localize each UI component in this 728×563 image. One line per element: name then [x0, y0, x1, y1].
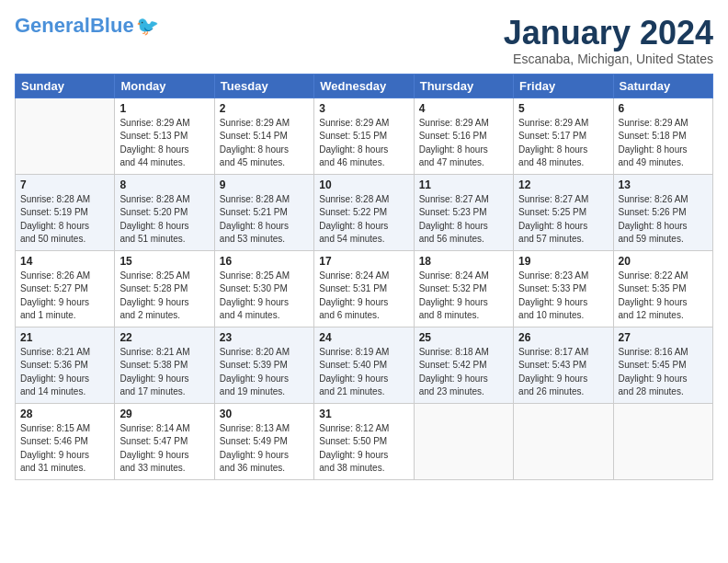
day-number: 5: [518, 102, 608, 115]
day-info: Sunrise: 8:29 AM Sunset: 5:18 PM Dayligh…: [619, 117, 708, 170]
day-info: Sunrise: 8:18 AM Sunset: 5:42 PM Dayligh…: [419, 346, 508, 399]
table-row: 26Sunrise: 8:17 AM Sunset: 5:43 PM Dayli…: [514, 327, 613, 403]
day-info: Sunrise: 8:13 AM Sunset: 5:49 PM Dayligh…: [220, 422, 309, 476]
table-row: 21Sunrise: 8:21 AM Sunset: 5:36 PM Dayli…: [16, 327, 115, 403]
day-info: Sunrise: 8:15 AM Sunset: 5:46 PM Dayligh…: [20, 422, 109, 476]
day-number: 22: [119, 331, 209, 344]
day-info: Sunrise: 8:27 AM Sunset: 5:25 PM Dayligh…: [518, 193, 608, 247]
table-row: 18Sunrise: 8:24 AM Sunset: 5:32 PM Dayli…: [414, 250, 513, 327]
location: Escanaba, Michigan, United States: [504, 52, 713, 66]
day-number: 1: [119, 102, 209, 115]
table-row: 25Sunrise: 8:18 AM Sunset: 5:42 PM Dayli…: [414, 327, 513, 403]
page-container: GeneralBlue 🐦 January 2024 Escanaba, Mic…: [0, 0, 728, 489]
table-row: 31Sunrise: 8:12 AM Sunset: 5:50 PM Dayli…: [314, 403, 414, 479]
day-info: Sunrise: 8:22 AM Sunset: 5:35 PM Dayligh…: [619, 270, 708, 323]
table-row: 17Sunrise: 8:24 AM Sunset: 5:31 PM Dayli…: [314, 250, 414, 327]
col-friday: Friday: [514, 74, 613, 98]
day-info: Sunrise: 8:27 AM Sunset: 5:23 PM Dayligh…: [419, 193, 508, 247]
col-saturday: Saturday: [613, 74, 712, 98]
day-info: Sunrise: 8:12 AM Sunset: 5:50 PM Dayligh…: [319, 422, 408, 476]
day-number: 2: [220, 102, 309, 115]
day-info: Sunrise: 8:19 AM Sunset: 5:40 PM Dayligh…: [319, 346, 408, 399]
table-row: 29Sunrise: 8:14 AM Sunset: 5:47 PM Dayli…: [115, 403, 214, 479]
table-row: 11Sunrise: 8:27 AM Sunset: 5:23 PM Dayli…: [414, 174, 513, 250]
day-number: 21: [20, 331, 109, 344]
day-number: 12: [518, 178, 608, 191]
title-block: January 2024 Escanaba, Michigan, United …: [504, 15, 713, 66]
day-number: 10: [319, 178, 408, 191]
day-info: Sunrise: 8:26 AM Sunset: 5:27 PM Dayligh…: [20, 270, 109, 323]
table-row: 8Sunrise: 8:28 AM Sunset: 5:20 PM Daylig…: [115, 174, 214, 250]
day-number: 31: [319, 408, 408, 420]
table-row: 6Sunrise: 8:29 AM Sunset: 5:18 PM Daylig…: [613, 98, 712, 174]
day-info: Sunrise: 8:21 AM Sunset: 5:38 PM Dayligh…: [119, 346, 209, 399]
day-number: 27: [619, 331, 708, 344]
day-number: 8: [119, 178, 209, 191]
day-number: 7: [20, 178, 109, 191]
table-row: 24Sunrise: 8:19 AM Sunset: 5:40 PM Dayli…: [314, 327, 414, 403]
table-row: 22Sunrise: 8:21 AM Sunset: 5:38 PM Dayli…: [115, 327, 214, 403]
bird-icon: 🐦: [136, 15, 159, 37]
col-sunday: Sunday: [16, 74, 115, 98]
table-row: 28Sunrise: 8:15 AM Sunset: 5:46 PM Dayli…: [16, 403, 115, 479]
day-info: Sunrise: 8:25 AM Sunset: 5:30 PM Dayligh…: [220, 270, 309, 323]
logo-text: GeneralBlue: [15, 16, 134, 36]
table-row: 20Sunrise: 8:22 AM Sunset: 5:35 PM Dayli…: [613, 250, 712, 327]
day-info: Sunrise: 8:28 AM Sunset: 5:19 PM Dayligh…: [20, 193, 109, 247]
day-number: 17: [319, 255, 408, 268]
table-row: [414, 403, 513, 479]
day-number: 23: [220, 331, 309, 344]
table-row: 4Sunrise: 8:29 AM Sunset: 5:16 PM Daylig…: [414, 98, 513, 174]
day-number: 28: [20, 408, 109, 420]
day-number: 13: [619, 178, 708, 191]
day-number: 16: [220, 255, 309, 268]
table-row: 14Sunrise: 8:26 AM Sunset: 5:27 PM Dayli…: [16, 250, 115, 327]
day-number: 30: [220, 408, 309, 420]
day-number: 26: [518, 331, 608, 344]
day-number: 25: [419, 331, 508, 344]
day-info: Sunrise: 8:25 AM Sunset: 5:28 PM Dayligh…: [119, 270, 209, 323]
day-number: 6: [619, 102, 708, 115]
day-info: Sunrise: 8:14 AM Sunset: 5:47 PM Dayligh…: [119, 422, 209, 476]
table-row: 3Sunrise: 8:29 AM Sunset: 5:15 PM Daylig…: [314, 98, 414, 174]
table-row: [514, 403, 613, 479]
col-tuesday: Tuesday: [214, 74, 313, 98]
table-row: [16, 98, 115, 174]
day-number: 14: [20, 255, 109, 268]
day-info: Sunrise: 8:28 AM Sunset: 5:21 PM Dayligh…: [220, 193, 309, 247]
table-row: 10Sunrise: 8:28 AM Sunset: 5:22 PM Dayli…: [314, 174, 414, 250]
col-monday: Monday: [115, 74, 214, 98]
col-thursday: Thursday: [414, 74, 513, 98]
table-row: 30Sunrise: 8:13 AM Sunset: 5:49 PM Dayli…: [214, 403, 313, 479]
table-row: 27Sunrise: 8:16 AM Sunset: 5:45 PM Dayli…: [613, 327, 712, 403]
table-row: 13Sunrise: 8:26 AM Sunset: 5:26 PM Dayli…: [613, 174, 712, 250]
day-info: Sunrise: 8:29 AM Sunset: 5:14 PM Dayligh…: [220, 117, 309, 170]
month-title: January 2024: [504, 15, 713, 52]
day-number: 20: [619, 255, 708, 268]
day-info: Sunrise: 8:29 AM Sunset: 5:15 PM Dayligh…: [319, 117, 408, 170]
day-number: 18: [419, 255, 508, 268]
table-row: 12Sunrise: 8:27 AM Sunset: 5:25 PM Dayli…: [514, 174, 613, 250]
table-row: 5Sunrise: 8:29 AM Sunset: 5:17 PM Daylig…: [514, 98, 613, 174]
day-info: Sunrise: 8:29 AM Sunset: 5:17 PM Dayligh…: [518, 117, 608, 170]
table-row: 1Sunrise: 8:29 AM Sunset: 5:13 PM Daylig…: [115, 98, 214, 174]
day-info: Sunrise: 8:29 AM Sunset: 5:16 PM Dayligh…: [419, 117, 508, 170]
day-info: Sunrise: 8:26 AM Sunset: 5:26 PM Dayligh…: [619, 193, 708, 247]
day-info: Sunrise: 8:28 AM Sunset: 5:20 PM Dayligh…: [119, 193, 209, 247]
header: GeneralBlue 🐦 January 2024 Escanaba, Mic…: [15, 15, 713, 66]
day-info: Sunrise: 8:20 AM Sunset: 5:39 PM Dayligh…: [220, 346, 309, 399]
day-info: Sunrise: 8:23 AM Sunset: 5:33 PM Dayligh…: [518, 270, 608, 323]
day-info: Sunrise: 8:29 AM Sunset: 5:13 PM Dayligh…: [119, 117, 209, 170]
day-number: 11: [419, 178, 508, 191]
table-row: 9Sunrise: 8:28 AM Sunset: 5:21 PM Daylig…: [214, 174, 313, 250]
day-info: Sunrise: 8:21 AM Sunset: 5:36 PM Dayligh…: [20, 346, 109, 399]
day-number: 3: [319, 102, 408, 115]
day-info: Sunrise: 8:16 AM Sunset: 5:45 PM Dayligh…: [619, 346, 708, 399]
col-wednesday: Wednesday: [314, 74, 414, 98]
table-row: [613, 403, 712, 479]
calendar-table: Sunday Monday Tuesday Wednesday Thursday…: [15, 74, 713, 480]
table-row: 15Sunrise: 8:25 AM Sunset: 5:28 PM Dayli…: [115, 250, 214, 327]
day-number: 24: [319, 331, 408, 344]
day-info: Sunrise: 8:28 AM Sunset: 5:22 PM Dayligh…: [319, 193, 408, 247]
table-row: 7Sunrise: 8:28 AM Sunset: 5:19 PM Daylig…: [16, 174, 115, 250]
